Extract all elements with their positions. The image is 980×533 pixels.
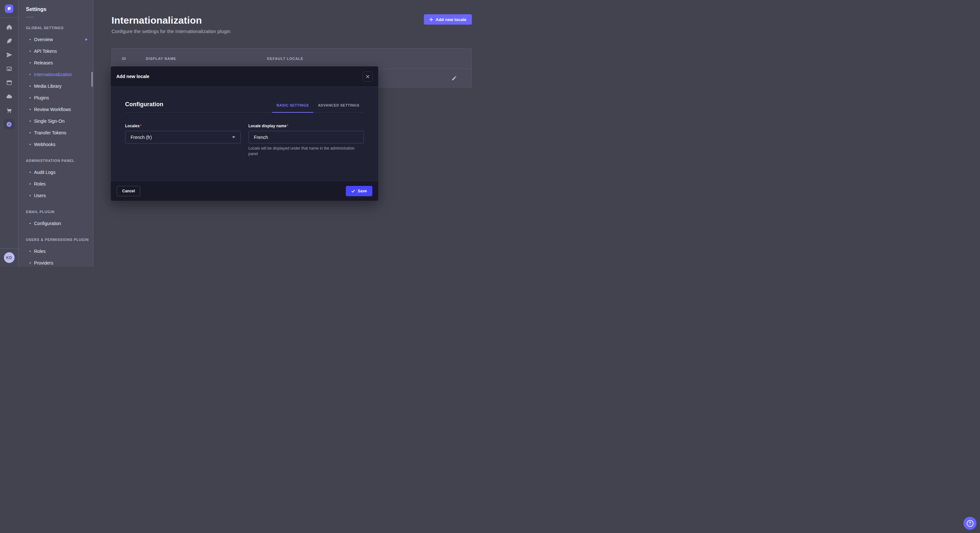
save-button[interactable]: Save <box>346 186 372 196</box>
modal-footer: Cancel Save <box>111 181 378 201</box>
locale-form-row: Locales* French (fr) Locale display name… <box>125 124 364 157</box>
locales-select-value: French (fr) <box>130 135 152 140</box>
locales-field-group: Locales* French (fr) <box>125 124 241 157</box>
locales-label-text: Locales <box>125 124 140 128</box>
configuration-heading: Configuration <box>125 101 163 113</box>
required-asterisk: * <box>287 124 288 128</box>
check-icon <box>351 189 355 193</box>
cancel-button[interactable]: Cancel <box>117 186 140 196</box>
save-button-label: Save <box>358 189 367 194</box>
display-name-label-text: Locale display name <box>248 124 286 128</box>
tab-advanced-settings[interactable]: ADVANCED SETTINGS <box>313 103 364 113</box>
modal-title: Add new locale <box>116 74 150 79</box>
display-name-label: Locale display name* <box>248 124 364 128</box>
modal-header: Add new locale <box>111 67 378 87</box>
locales-label: Locales* <box>125 124 241 128</box>
display-name-input[interactable] <box>248 131 364 143</box>
configuration-header-row: Configuration BASIC SETTINGS ADVANCED SE… <box>125 101 364 113</box>
locales-select[interactable]: French (fr) <box>125 131 241 143</box>
required-asterisk: * <box>140 124 142 128</box>
modal-body: Configuration BASIC SETTINGS ADVANCED SE… <box>111 87 378 181</box>
close-modal-button[interactable] <box>363 71 373 82</box>
display-name-field-group: Locale display name* Locale will be disp… <box>248 124 364 157</box>
display-name-hint: Locale will be displayed under that name… <box>248 146 364 157</box>
tab-basic-settings[interactable]: BASIC SETTINGS <box>272 103 313 113</box>
add-locale-modal: Add new locale Configuration BASIC SETTI… <box>111 67 378 201</box>
close-icon <box>366 75 369 78</box>
modal-tabs: BASIC SETTINGS ADVANCED SETTINGS <box>272 103 364 113</box>
chevron-down-icon <box>232 136 235 138</box>
